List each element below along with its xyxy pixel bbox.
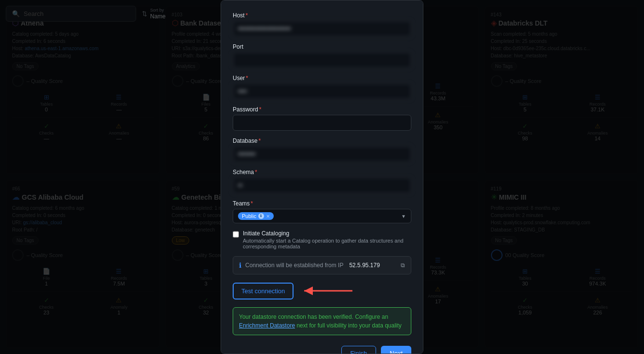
enrichment-link[interactable]: Enrichment Datastore	[239, 322, 295, 329]
modal-overlay: Host* Port User* Password* Database*	[0, 0, 644, 354]
initiate-cataloging-desc: Automatically start a Catalog operation …	[243, 238, 411, 249]
host-input[interactable]	[233, 21, 411, 37]
next-button[interactable]: Next	[381, 346, 411, 354]
port-input[interactable]	[233, 52, 411, 68]
test-connection-button[interactable]: Test connection	[233, 283, 294, 300]
password-field-group: Password*	[233, 106, 411, 131]
password-label: Password*	[233, 106, 411, 113]
team-tag-remove[interactable]: ✕	[266, 214, 270, 219]
connection-modal: Host* Port User* Password* Database*	[221, 0, 423, 354]
arrow-annotation	[299, 281, 357, 300]
port-label: Port	[233, 43, 411, 50]
modal-footer: Finish Next	[233, 346, 411, 354]
port-field-group: Port	[233, 43, 411, 68]
host-required: *	[246, 12, 248, 19]
user-field-group: User*	[233, 75, 411, 99]
schema-label: Schema*	[233, 169, 411, 176]
team-tag-badge: ℹ	[258, 213, 264, 219]
host-field-group: Host*	[233, 12, 411, 37]
user-required: *	[246, 75, 248, 82]
user-label: User*	[233, 75, 411, 82]
database-field-group: Database*	[233, 137, 411, 162]
ip-info-box: ℹ Connection will be established from IP…	[233, 256, 411, 274]
initiate-cataloging-checkbox[interactable]	[233, 231, 239, 238]
success-message: Your datastore connection has been verif…	[233, 307, 411, 335]
team-tag-label: Public	[242, 213, 256, 219]
success-text: Your datastore connection has been verif…	[239, 313, 402, 329]
database-label: Database*	[233, 137, 411, 144]
user-input[interactable]	[233, 83, 411, 99]
ip-info-text: Connection will be established from IP	[245, 262, 343, 269]
finish-button[interactable]: Finish	[341, 346, 377, 354]
initiate-cataloging-label: Initiate Cataloging	[243, 230, 411, 237]
team-tag-public[interactable]: Public ℹ ✕	[238, 212, 274, 220]
ip-address: 52.5.95.179	[349, 262, 379, 269]
teams-dropdown-arrow[interactable]: ▼	[401, 214, 406, 219]
host-label: Host*	[233, 12, 411, 19]
teams-label: Teams*	[233, 200, 411, 207]
test-connection-wrapper: Test connection	[233, 281, 411, 300]
password-input[interactable]	[233, 115, 411, 131]
schema-field-group: Schema*	[233, 169, 411, 193]
teams-field-group: Teams* Public ℹ ✕ ▼	[233, 200, 411, 223]
teams-container[interactable]: Public ℹ ✕ ▼	[233, 209, 411, 223]
password-required: *	[259, 106, 262, 113]
database-input[interactable]	[233, 146, 411, 162]
schema-required: *	[255, 169, 257, 176]
initiate-cataloging-row: Initiate Cataloging Automatically start …	[233, 230, 411, 249]
database-required: *	[258, 137, 261, 144]
copy-ip-button[interactable]: ⧉	[401, 262, 405, 269]
schema-input[interactable]	[233, 177, 411, 193]
info-icon: ℹ	[239, 261, 241, 269]
teams-required: *	[251, 200, 253, 207]
